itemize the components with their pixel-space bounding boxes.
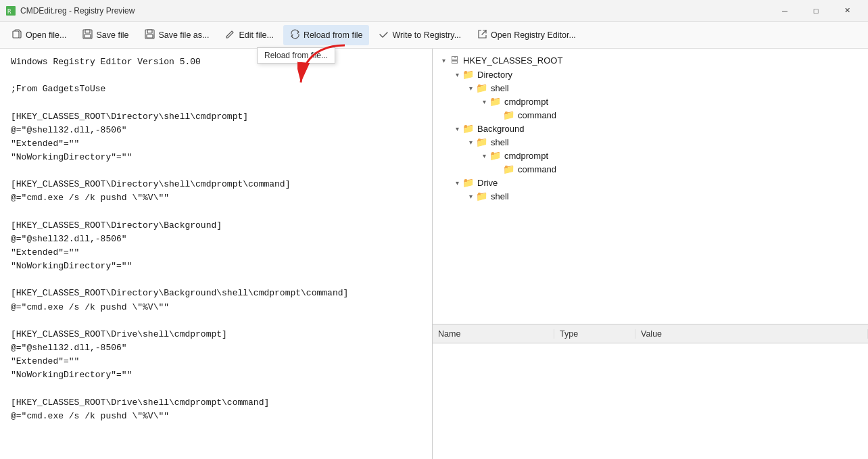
tree-item-directory[interactable]: ▾ 📁 Directory bbox=[433, 68, 868, 81]
open-registry-editor-button[interactable]: Open Registry Editor... bbox=[471, 25, 583, 45]
folder-drive-icon: 📁 bbox=[462, 177, 474, 188]
directory-command-label: command bbox=[518, 110, 556, 120]
hkcr-label: HKEY_CLASSES_ROOT bbox=[463, 55, 562, 66]
tooltip-popup: Reload from file... bbox=[257, 47, 335, 64]
text-editor[interactable]: Windows Registry Editor Version 5.00 ;Fr… bbox=[0, 49, 433, 459]
tree-item-background[interactable]: ▾ 📁 Background bbox=[433, 122, 868, 135]
table-area: Name Type Value bbox=[433, 324, 868, 459]
arrow-background[interactable]: ▾ bbox=[452, 125, 462, 132]
directory-cmdprompt-label: cmdprompt bbox=[504, 97, 548, 107]
reload-from-file-label: Reload from file bbox=[304, 30, 363, 40]
col-name: Name bbox=[433, 329, 554, 339]
edit-file-button[interactable]: Edit file... bbox=[218, 25, 280, 45]
drive-label: Drive bbox=[477, 178, 498, 188]
arrow-directory-cmdprompt[interactable]: ▾ bbox=[479, 98, 489, 105]
background-cmdprompt-label: cmdprompt bbox=[504, 151, 548, 161]
toolbar: Open file... Save file Save file as... bbox=[0, 22, 868, 49]
open-file-icon bbox=[12, 29, 22, 41]
arrow-background-cmdprompt[interactable]: ▾ bbox=[479, 152, 489, 160]
folder-drive-shell-icon: 📁 bbox=[476, 191, 487, 201]
save-file-as-icon bbox=[145, 29, 155, 41]
tree-item-directory-shell[interactable]: ▾ 📁 shell bbox=[433, 81, 868, 95]
svg-rect-8 bbox=[147, 34, 153, 38]
tree-item-drive[interactable]: ▾ 📁 Drive bbox=[433, 176, 868, 189]
tree-item-background-shell[interactable]: ▾ 📁 shell bbox=[433, 135, 868, 149]
svg-rect-2 bbox=[13, 31, 19, 38]
window-title: CMDEdit.reg - Registry Preview bbox=[20, 6, 769, 16]
svg-rect-4 bbox=[85, 30, 90, 33]
write-registry-icon bbox=[379, 29, 389, 41]
drive-shell-label: shell bbox=[491, 191, 509, 201]
folder-directory-cmdprompt-icon: 📁 bbox=[489, 96, 501, 107]
folder-directory-shell-icon: 📁 bbox=[476, 82, 487, 93]
tree-item-directory-cmdprompt[interactable]: ▾ 📁 cmdprompt bbox=[433, 95, 868, 108]
tree-item-hkcr[interactable]: ▾ 🖥 HKEY_CLASSES_ROOT bbox=[433, 53, 868, 68]
edit-file-label: Edit file... bbox=[239, 30, 273, 40]
tree-item-drive-shell[interactable]: ▾ 📁 shell bbox=[433, 189, 868, 203]
folder-directory-icon: 📁 bbox=[462, 69, 474, 80]
folder-background-cmdprompt-icon: 📁 bbox=[489, 150, 501, 161]
folder-background-icon: 📁 bbox=[462, 123, 474, 134]
directory-label: Directory bbox=[477, 70, 512, 80]
svg-rect-7 bbox=[147, 30, 152, 33]
open-file-button[interactable]: Open file... bbox=[5, 25, 73, 45]
folder-background-shell-icon: 📁 bbox=[476, 137, 487, 147]
edit-file-icon bbox=[225, 29, 235, 41]
save-file-icon bbox=[82, 29, 93, 41]
maximize-button[interactable]: □ bbox=[800, 0, 831, 22]
reload-icon bbox=[290, 29, 300, 41]
save-file-label: Save file bbox=[96, 30, 128, 40]
close-button[interactable]: ✕ bbox=[831, 0, 863, 22]
app-icon: R bbox=[5, 5, 16, 16]
arrow-hkcr[interactable]: ▾ bbox=[438, 57, 449, 64]
svg-text:R: R bbox=[7, 8, 11, 15]
arrow-drive[interactable]: ▾ bbox=[452, 179, 462, 187]
write-to-registry-label: Write to Registry... bbox=[392, 30, 461, 40]
minimize-button[interactable]: ─ bbox=[769, 0, 800, 22]
arrow-background-shell[interactable]: ▾ bbox=[465, 139, 476, 146]
folder-directory-command-icon: 📁 bbox=[503, 110, 514, 120]
save-file-as-label: Save file as... bbox=[158, 30, 209, 40]
save-file-button[interactable]: Save file bbox=[76, 25, 135, 45]
background-label: Background bbox=[477, 124, 524, 134]
svg-rect-5 bbox=[85, 34, 91, 38]
reload-from-file-button[interactable]: Reload from file bbox=[283, 25, 370, 45]
tree-item-background-command[interactable]: ▸ 📁 command bbox=[433, 162, 868, 176]
table-header: Name Type Value bbox=[433, 324, 868, 343]
arrow-directory-shell[interactable]: ▾ bbox=[465, 84, 476, 92]
col-type: Type bbox=[554, 329, 635, 339]
arrow-directory[interactable]: ▾ bbox=[452, 71, 462, 78]
root-icon: 🖥 bbox=[449, 54, 460, 66]
arrow-drive-shell[interactable]: ▾ bbox=[465, 193, 476, 200]
open-editor-icon bbox=[477, 29, 487, 41]
main-area: Windows Registry Editor Version 5.00 ;Fr… bbox=[0, 49, 868, 459]
directory-shell-label: shell bbox=[491, 83, 509, 93]
col-value: Value bbox=[635, 329, 868, 339]
background-shell-label: shell bbox=[491, 137, 509, 147]
tree-area: ▾ 🖥 HKEY_CLASSES_ROOT ▾ 📁 Directory ▾ 📁 … bbox=[433, 49, 868, 324]
folder-background-command-icon: 📁 bbox=[503, 164, 514, 174]
window-controls: ─ □ ✕ bbox=[769, 0, 863, 22]
write-to-registry-button[interactable]: Write to Registry... bbox=[372, 25, 468, 45]
open-registry-editor-label: Open Registry Editor... bbox=[491, 30, 576, 40]
background-command-label: command bbox=[518, 164, 556, 174]
title-bar: R CMDEdit.reg - Registry Preview ─ □ ✕ bbox=[0, 0, 868, 22]
save-file-as-button[interactable]: Save file as... bbox=[138, 25, 216, 45]
registry-panel: ▾ 🖥 HKEY_CLASSES_ROOT ▾ 📁 Directory ▾ 📁 … bbox=[433, 49, 868, 459]
tooltip-text: Reload from file... bbox=[264, 51, 328, 60]
tree-item-background-cmdprompt[interactable]: ▾ 📁 cmdprompt bbox=[433, 149, 868, 162]
open-file-label: Open file... bbox=[26, 30, 66, 40]
tree-item-directory-command[interactable]: ▸ 📁 command bbox=[433, 108, 868, 122]
